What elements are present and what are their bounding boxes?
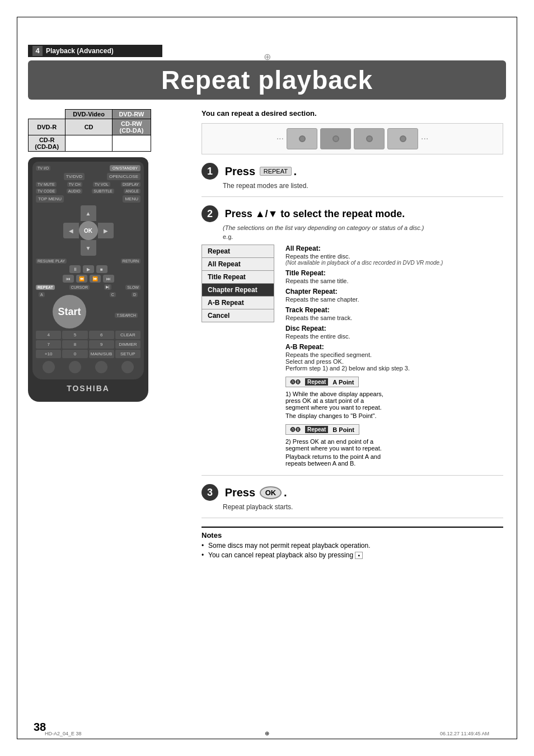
resume-button[interactable]: RESUME PLAY bbox=[36, 259, 67, 264]
tvvol-button[interactable]: TV VOL bbox=[93, 182, 110, 187]
step-1-desc: The repeat modes are listed. bbox=[223, 182, 503, 190]
audio-button[interactable]: AUDIO bbox=[67, 189, 82, 194]
ellipsis-right: ··· bbox=[421, 134, 428, 144]
step-3-header: 3 Press OK . bbox=[202, 484, 503, 501]
a-button[interactable]: A bbox=[39, 292, 45, 297]
dpad-right[interactable]: ▶ bbox=[98, 223, 114, 238]
c-button[interactable]: C bbox=[110, 292, 116, 297]
reel-1 bbox=[299, 135, 306, 142]
setup-button[interactable]: SETUP bbox=[115, 350, 140, 358]
display-button[interactable]: DISPLAY bbox=[121, 182, 140, 187]
num5[interactable]: 5 bbox=[62, 331, 87, 339]
prev-button[interactable]: ⏮ bbox=[63, 275, 74, 283]
step-3-block: 3 Press OK . Repeat playback starts. bbox=[202, 484, 503, 518]
notes-title: Notes bbox=[202, 531, 503, 539]
tsearch-button[interactable]: T.SEARCH bbox=[115, 313, 138, 318]
slow-button[interactable]: SLOW bbox=[125, 285, 140, 290]
desc-disc-repeat-body: Repeats the entire disc. bbox=[285, 333, 503, 340]
circle-btn-2[interactable] bbox=[69, 361, 81, 373]
desc-all-repeat-body: Repeats the entire disc. bbox=[285, 253, 503, 260]
tvch-button[interactable]: TV CH bbox=[67, 182, 82, 187]
step-1-block: 1 Press REPEAT . The repeat modes are li… bbox=[202, 163, 503, 197]
dpad-down[interactable]: ▼ bbox=[81, 240, 96, 256]
desc-ab-repeat-title: A-B Repeat: bbox=[285, 343, 503, 351]
pause-button[interactable]: ⏸ bbox=[69, 265, 81, 273]
ab-icon-1: 🅐🅑 bbox=[291, 379, 301, 385]
ok-button[interactable]: OK bbox=[79, 221, 98, 240]
left-column: DVD-Video DVD-RW DVD-R CD CD-RW(CD-DA) C… bbox=[28, 109, 196, 402]
circle-btn-1[interactable] bbox=[43, 361, 55, 373]
circle-btn-3[interactable] bbox=[95, 361, 107, 373]
desc-ab-repeat: A-B Repeat: Repeats the specified segmen… bbox=[285, 343, 503, 372]
ab-section-2: 🅐🅑 Repeat B Point bbox=[285, 422, 503, 436]
repeat-descriptions: All Repeat: Repeats the entire disc. (No… bbox=[285, 245, 503, 468]
menu-title-repeat[interactable]: Title Repeat bbox=[202, 270, 274, 284]
cursor-button[interactable]: CURSOR bbox=[69, 285, 90, 290]
tv-io-button[interactable]: TV I/O bbox=[36, 166, 50, 171]
remote-row-1: TV I/O ON/STANDBY bbox=[36, 165, 140, 171]
stop-button[interactable]: ■ bbox=[96, 265, 107, 273]
step-2-eg: e.g. bbox=[223, 233, 503, 240]
step-button[interactable]: ▶| bbox=[104, 284, 111, 290]
remote-row-3: TV MUTE TV CH TV VOL DISPLAY bbox=[36, 182, 140, 187]
d-button[interactable]: D bbox=[132, 292, 138, 297]
menu-ab-repeat[interactable]: A-B Repeat bbox=[202, 296, 274, 309]
next-button[interactable]: ⏭ bbox=[103, 275, 114, 283]
num4[interactable]: 4 bbox=[36, 331, 61, 339]
menu-repeat[interactable]: Repeat bbox=[202, 245, 274, 258]
tvdvd-button[interactable]: TV/DVD bbox=[64, 173, 85, 180]
circle-btn-4[interactable] bbox=[121, 361, 134, 373]
title-banner: Repeat playback bbox=[28, 60, 506, 100]
dimmer-button[interactable]: DIMMER bbox=[115, 340, 140, 349]
step-3-number: 3 bbox=[202, 484, 218, 501]
step-2-header-row: 2 Press ▲/▼ to select the repeat mode. bbox=[202, 205, 503, 222]
mainsub-button[interactable]: MAIN/SUB bbox=[89, 350, 114, 358]
ab-icon-2: 🅐🅑 bbox=[291, 427, 301, 433]
num0[interactable]: 0 bbox=[62, 350, 87, 358]
ab-point-1: A Point bbox=[332, 379, 354, 386]
ab-display-1: 🅐🅑 Repeat A Point bbox=[285, 377, 359, 387]
plus10-button[interactable]: +10 bbox=[36, 350, 61, 358]
num6[interactable]: 6 bbox=[89, 331, 114, 339]
page-number: 38 bbox=[34, 721, 46, 734]
onstandby-button[interactable]: ON/STANDBY bbox=[110, 165, 140, 171]
step-2-content: Repeat All Repeat Title Repeat Chapter R… bbox=[202, 245, 503, 468]
ab-result-text: Playback returns to the point A andrepea… bbox=[285, 453, 503, 467]
clear-button[interactable]: CLEAR bbox=[115, 331, 140, 339]
menu-button[interactable]: MENU bbox=[123, 195, 140, 203]
desc-chapter-repeat-body: Repeats the same chapter. bbox=[285, 296, 503, 303]
openclose-button[interactable]: OPEN/CLOSE bbox=[107, 173, 140, 180]
ok-key: OK bbox=[260, 486, 282, 499]
ff-button[interactable]: ⏩ bbox=[90, 275, 101, 283]
num8[interactable]: 8 bbox=[62, 340, 87, 349]
topmenu-button[interactable]: TOP MENU bbox=[36, 195, 64, 203]
step-2-number: 2 bbox=[202, 205, 218, 222]
dpad-left[interactable]: ◀ bbox=[63, 223, 79, 238]
step-3-desc: Repeat playback starts. bbox=[223, 503, 503, 511]
subtitle-button[interactable]: SUBTITLE bbox=[92, 189, 114, 194]
ab-change-text: The display changes to "B Point". bbox=[285, 412, 503, 419]
dpad-up[interactable]: ▲ bbox=[81, 205, 96, 221]
remote-row-resume: RESUME PLAY RETURN bbox=[36, 259, 140, 264]
num7[interactable]: 7 bbox=[36, 340, 61, 349]
remote-control: TV I/O ON/STANDBY TV/DVD OPEN/CLOSE TV M… bbox=[28, 157, 148, 402]
menu-all-repeat[interactable]: All Repeat bbox=[202, 257, 274, 271]
chapter-header-text: Playback (Advanced) bbox=[46, 47, 114, 55]
repeat-button[interactable]: REPEAT bbox=[36, 285, 55, 290]
tvmute-button[interactable]: TV MUTE bbox=[36, 182, 57, 187]
cassette-illustration: ··· ··· bbox=[202, 123, 503, 154]
desc-disc-repeat: Disc Repeat: Repeats the entire disc. bbox=[285, 325, 503, 340]
return-button[interactable]: RETURN bbox=[121, 259, 140, 264]
menu-cancel[interactable]: Cancel bbox=[202, 309, 274, 322]
step-2-block: 2 Press ▲/▼ to select the repeat mode. (… bbox=[202, 205, 503, 476]
menu-chapter-repeat[interactable]: Chapter Repeat bbox=[202, 283, 274, 297]
tvcode-button[interactable]: TV CODE bbox=[36, 189, 57, 194]
angle-button[interactable]: ANGLE bbox=[124, 189, 140, 194]
num9[interactable]: 9 bbox=[89, 340, 114, 349]
step-3-label: Press bbox=[225, 486, 256, 499]
rew-button[interactable]: ⏪ bbox=[76, 275, 87, 283]
cassette-4 bbox=[387, 128, 418, 149]
play-button[interactable]: ▶ bbox=[83, 265, 94, 273]
ab-point-2: B Point bbox=[332, 426, 354, 433]
step-1-period: . bbox=[294, 165, 297, 177]
